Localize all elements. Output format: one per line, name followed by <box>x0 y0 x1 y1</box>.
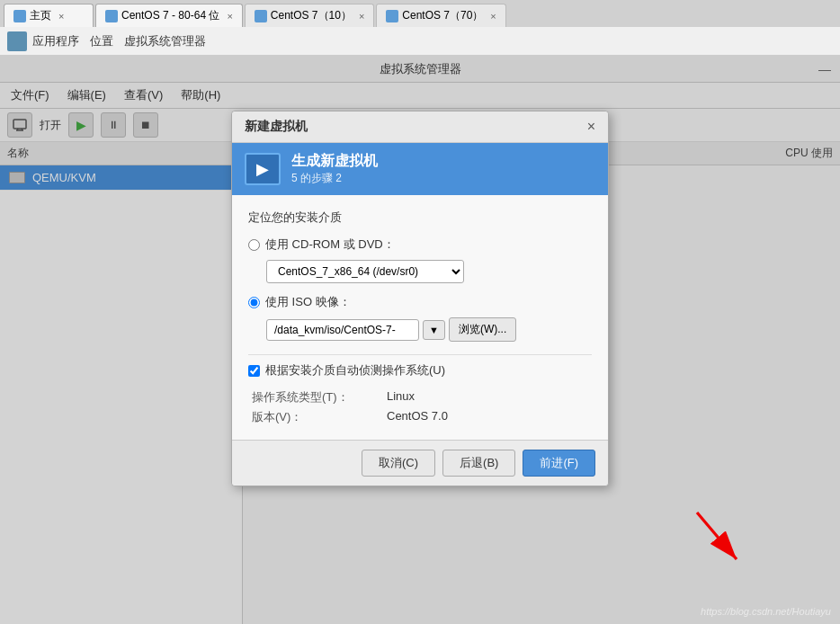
home-icon <box>13 10 26 22</box>
tab-centos-10-label: CentOS 7（10） <box>271 8 352 23</box>
dialog-body: 定位您的安装介质 使用 CD-ROM 或 DVD： CentOS_7_x86_6… <box>232 195 608 440</box>
iso-path-row: ▼ 浏览(W)... <box>266 317 592 342</box>
tab-centos-70[interactable]: CentOS 7（70） × <box>376 4 505 27</box>
watermark: https://blog.csdn.net/Houtiayu <box>701 606 831 617</box>
iso-radio[interactable] <box>248 297 260 308</box>
os-type-label: 操作系统类型(T)： <box>252 389 387 406</box>
version-label: 版本(V)： <box>252 409 387 425</box>
dialog-close-btn[interactable]: × <box>587 120 595 134</box>
tab-centos-10[interactable]: CentOS 7（10） × <box>245 4 374 27</box>
cdrom-radio[interactable] <box>248 239 260 251</box>
toolbar-apps[interactable]: 应用程序 <box>32 33 79 49</box>
new-vm-dialog: 新建虚拟机 × ▶ 生成新虚拟机 5 的步骤 2 定位您的安装介质 <box>231 111 609 486</box>
toolbar-virt-manager[interactable]: 虚拟系统管理器 <box>124 33 206 49</box>
tab-home-label: 主页 <box>30 8 51 23</box>
tab-centos-10-close[interactable]: × <box>359 11 364 22</box>
dialog-header-icon: ▶ <box>245 153 281 185</box>
iso-path-input[interactable] <box>266 319 419 341</box>
dialog-titlebar: 新建虚拟机 × <box>232 111 608 143</box>
tab-centos-80[interactable]: CentOS 7 - 80-64 位 × <box>95 4 243 27</box>
cdrom-select-row: CentOS_7_x86_64 (/dev/sr0) <box>266 260 592 283</box>
autodetect-label: 根据安装介质自动侦测操作系统(U) <box>265 362 445 379</box>
radio-iso-item: 使用 ISO 映像： <box>248 294 592 310</box>
divider <box>248 354 592 355</box>
vm-icon-1 <box>105 10 118 22</box>
section-title: 定位您的安装介质 <box>248 209 592 226</box>
toolbar-location[interactable]: 位置 <box>90 33 113 49</box>
tab-bar: 主页 × CentOS 7 - 80-64 位 × CentOS 7（10） ×… <box>0 0 840 27</box>
autodetect-checkbox[interactable] <box>248 365 260 377</box>
browse-btn[interactable]: 浏览(W)... <box>449 317 516 342</box>
checkbox-row: 根据安装介质自动侦测操作系统(U) <box>248 362 592 379</box>
version-value: CentOS 7.0 <box>387 409 592 425</box>
dialog-footer: 取消(C) 后退(B) 前进(F) <box>232 440 608 486</box>
tab-home-close[interactable]: × <box>58 11 64 22</box>
forward-button[interactable]: 前进(F) <box>523 450 595 477</box>
os-info-grid: 操作系统类型(T)： Linux 版本(V)： CentOS 7.0 <box>252 389 592 425</box>
tab-centos-80-close[interactable]: × <box>227 11 232 22</box>
vm-icon-2 <box>255 10 267 22</box>
vm-icon-3 <box>386 10 398 22</box>
app-window: 虚拟系统管理器 — 文件(F) 编辑(E) 查看(V) 帮助(H) 打开 ▶ ⏸… <box>0 57 840 624</box>
app-grid-icon <box>7 31 27 51</box>
play-icon: ▶ <box>256 159 269 179</box>
back-button[interactable]: 后退(B) <box>442 450 515 477</box>
dialog-header: ▶ 生成新虚拟机 5 的步骤 2 <box>232 143 608 195</box>
iso-dropdown-btn[interactable]: ▼ <box>423 320 445 340</box>
browser-chrome: 主页 × CentOS 7 - 80-64 位 × CentOS 7（10） ×… <box>0 0 840 57</box>
dialog-overlay: 新建虚拟机 × ▶ 生成新虚拟机 5 的步骤 2 定位您的安装介质 <box>0 57 840 624</box>
dialog-header-text: 生成新虚拟机 5 的步骤 2 <box>291 152 378 186</box>
radio-cdrom-item: 使用 CD-ROM 或 DVD： <box>248 236 592 253</box>
cancel-button[interactable]: 取消(C) <box>362 450 435 477</box>
cdrom-select[interactable]: CentOS_7_x86_64 (/dev/sr0) <box>266 260 464 283</box>
dialog-header-title: 生成新虚拟机 <box>291 152 378 171</box>
cdrom-label: 使用 CD-ROM 或 DVD： <box>265 236 395 253</box>
browser-toolbar: 应用程序 位置 虚拟系统管理器 <box>0 27 840 56</box>
tab-centos-70-close[interactable]: × <box>490 11 496 22</box>
iso-label: 使用 ISO 映像： <box>265 294 351 310</box>
tab-centos-70-label: CentOS 7（70） <box>402 8 483 23</box>
dialog-title: 新建虚拟机 <box>245 119 308 135</box>
dialog-header-subtitle: 5 的步骤 2 <box>291 171 378 186</box>
os-type-value: Linux <box>387 389 592 406</box>
tab-home[interactable]: 主页 × <box>4 4 94 27</box>
tab-centos-80-label: CentOS 7 - 80-64 位 <box>121 8 219 23</box>
